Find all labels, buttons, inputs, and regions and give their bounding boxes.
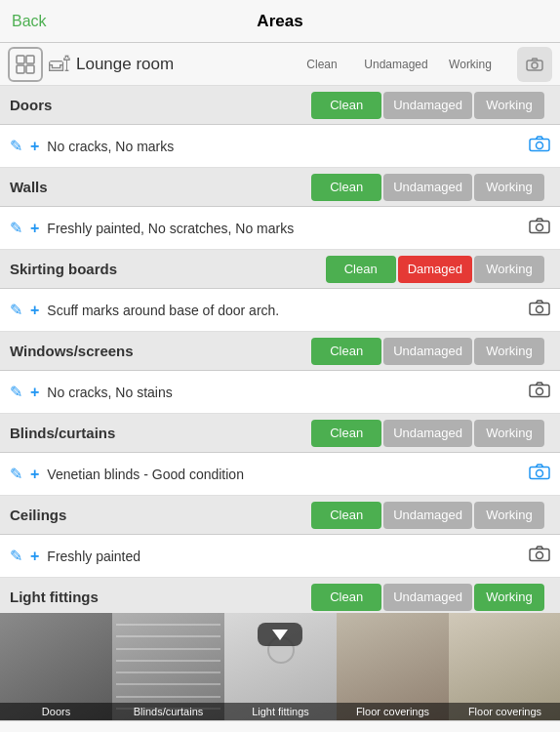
top-bar: Back Areas (0, 0, 560, 43)
skirting-status-group: Clean Damaged Working (326, 256, 544, 283)
windows-undamaged-btn[interactable]: Undamaged (383, 338, 472, 365)
section-walls: Walls Clean Undamaged Working (0, 168, 560, 207)
page-title: Areas (257, 12, 302, 31)
skirting-edit-icon[interactable]: ✎ (10, 301, 22, 319)
skirting-note-row: ✎ + Scuff marks around base of door arch… (0, 289, 560, 332)
lightfittings-clean-btn[interactable]: Clean (311, 584, 381, 611)
photo-item-4[interactable]: Floor coverings (449, 613, 560, 720)
svg-point-9 (537, 224, 543, 230)
room-icon (8, 47, 43, 82)
col-label-working: Working (435, 58, 505, 71)
ceilings-add-icon[interactable]: + (30, 548, 39, 565)
lightfittings-working-btn[interactable]: Working (474, 584, 544, 611)
room-type-icon: 🛋 (49, 52, 70, 77)
section-label-ceilings: Ceilings (10, 507, 311, 523)
windows-note-row: ✎ + No cracks, No stains (0, 371, 560, 414)
svg-point-13 (537, 387, 543, 394)
photo-item-1[interactable]: Blinds/curtains (112, 613, 224, 720)
walls-clean-btn[interactable]: Clean (311, 174, 381, 201)
ceilings-edit-icon[interactable]: ✎ (10, 547, 22, 565)
photo-label-0: Doors (0, 703, 112, 720)
blinds-clean-btn[interactable]: Clean (311, 420, 381, 447)
doors-note-row: ✎ + No cracks, No marks (0, 125, 560, 168)
svg-point-15 (537, 469, 543, 476)
back-button[interactable]: Back (12, 13, 47, 30)
lightfittings-status-group: Clean Undamaged Working (311, 584, 544, 611)
ceilings-note-row: ✎ + Freshly painted (0, 535, 560, 578)
section-windows: Windows/screens Clean Undamaged Working (0, 332, 560, 371)
section-label-windows: Windows/screens (10, 343, 311, 359)
section-blinds: Blinds/curtains Clean Undamaged Working (0, 414, 560, 453)
ceilings-working-btn[interactable]: Working (474, 502, 544, 529)
main-content: Doors Clean Undamaged Working ✎ + No cra… (0, 86, 560, 613)
blinds-note-row: ✎ + Venetian blinds - Good condition (0, 453, 560, 496)
skirting-working-btn[interactable]: Working (474, 256, 544, 283)
photo-label-3: Floor coverings (337, 703, 449, 720)
walls-undamaged-btn[interactable]: Undamaged (383, 174, 472, 201)
svg-rect-3 (26, 65, 34, 73)
doors-note: No cracks, No marks (47, 139, 521, 154)
walls-status-group: Clean Undamaged Working (311, 174, 544, 201)
ceilings-clean-btn[interactable]: Clean (311, 502, 381, 529)
doors-working-btn[interactable]: Working (474, 92, 544, 119)
col-label-undamaged: Undamaged (361, 58, 431, 71)
down-arrow-overlay (258, 623, 302, 646)
blinds-working-btn[interactable]: Working (474, 420, 544, 447)
doors-undamaged-btn[interactable]: Undamaged (383, 92, 472, 119)
bottom-actions: Previous Step Next Step (0, 720, 560, 732)
blinds-undamaged-btn[interactable]: Undamaged (383, 420, 472, 447)
skirting-add-icon[interactable]: + (30, 302, 39, 319)
section-ceilings: Ceilings Clean Undamaged Working (0, 496, 560, 535)
blinds-camera-icon[interactable] (529, 464, 550, 485)
skirting-note: Scuff marks around base of door arch. (47, 303, 521, 318)
svg-rect-1 (26, 56, 34, 63)
photo-item-3[interactable]: Floor coverings (337, 613, 449, 720)
section-lightfittings: Light fittings Clean Undamaged Working (0, 578, 560, 613)
ceilings-camera-icon[interactable] (529, 546, 550, 567)
section-label-blinds: Blinds/curtains (10, 425, 311, 441)
windows-add-icon[interactable]: + (30, 384, 39, 401)
blinds-status-group: Clean Undamaged Working (311, 420, 544, 447)
section-label-walls: Walls (10, 179, 311, 195)
svg-point-7 (537, 142, 543, 148)
lightfittings-undamaged-btn[interactable]: Undamaged (383, 584, 472, 611)
photo-label-4: Floor coverings (449, 703, 560, 720)
room-name: Lounge room (76, 55, 281, 74)
blinds-edit-icon[interactable]: ✎ (10, 465, 22, 483)
section-doors: Doors Clean Undamaged Working (0, 86, 560, 125)
walls-working-btn[interactable]: Working (474, 174, 544, 201)
photo-item-0[interactable]: Doors (0, 613, 112, 720)
skirting-clean-btn[interactable]: Clean (326, 256, 396, 283)
doors-status-group: Clean Undamaged Working (311, 92, 544, 119)
windows-edit-icon[interactable]: ✎ (10, 383, 22, 401)
section-label-skirting: Skirting boards (10, 261, 326, 277)
blinds-add-icon[interactable]: + (30, 466, 39, 483)
doors-add-icon[interactable]: + (30, 138, 39, 155)
ceilings-undamaged-btn[interactable]: Undamaged (383, 502, 472, 529)
ceilings-note: Freshly painted (47, 549, 521, 564)
doors-clean-btn[interactable]: Clean (311, 92, 381, 119)
ceilings-status-group: Clean Undamaged Working (311, 502, 544, 529)
section-label-doors: Doors (10, 97, 311, 113)
room-camera-button[interactable] (517, 47, 552, 82)
windows-note: No cracks, No stains (47, 385, 521, 400)
photo-strip: Doors Blinds/curtains Light fittings (0, 613, 560, 720)
doors-camera-icon[interactable] (529, 136, 550, 157)
doors-edit-icon[interactable]: ✎ (10, 137, 22, 155)
windows-clean-btn[interactable]: Clean (311, 338, 381, 365)
walls-add-icon[interactable]: + (30, 220, 39, 237)
skirting-damaged-btn[interactable]: Damaged (398, 256, 472, 283)
svg-point-11 (537, 305, 543, 312)
walls-camera-icon[interactable] (529, 218, 550, 239)
skirting-camera-icon[interactable] (529, 300, 550, 321)
walls-note: Freshly painted, No scratches, No marks (47, 221, 521, 236)
windows-working-btn[interactable]: Working (474, 338, 544, 365)
svg-point-5 (532, 62, 538, 68)
windows-camera-icon[interactable] (529, 382, 550, 403)
photo-label-1: Blinds/curtains (112, 703, 224, 720)
col-label-clean: Clean (287, 58, 357, 71)
photo-label-2: Light fittings (224, 703, 337, 720)
room-col-labels: Clean Undamaged Working (287, 58, 505, 71)
walls-edit-icon[interactable]: ✎ (10, 219, 22, 237)
section-label-lightfittings: Light fittings (10, 589, 311, 605)
